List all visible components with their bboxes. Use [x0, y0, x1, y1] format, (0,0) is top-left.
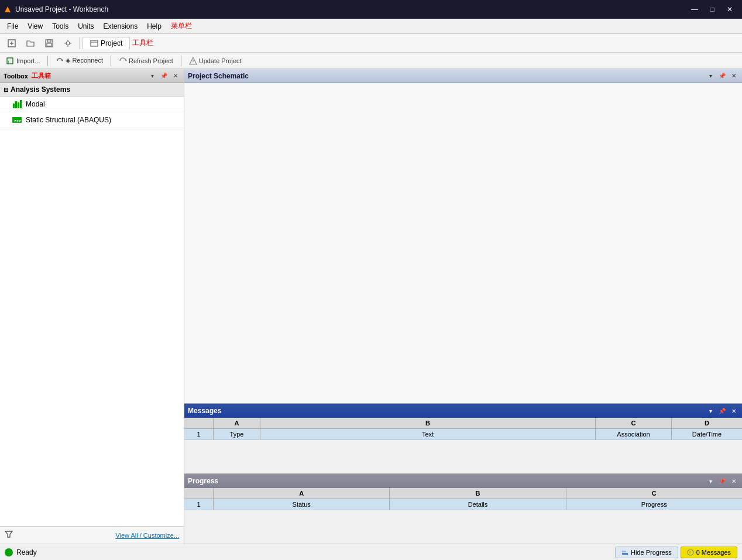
main-content: Toolbox 工具箱 ▾ 📌 ✕ ⊟ Analysis Systems	[0, 69, 742, 544]
hide-progress-button[interactable]: Hide Progress	[615, 547, 678, 558]
prog-row1-num: 1	[184, 499, 214, 510]
prog-row1-details: Details	[390, 499, 566, 510]
toolbox-header-controls: ▾ 📌 ✕	[147, 71, 180, 81]
progress-pin-button[interactable]: 📌	[717, 476, 727, 486]
svg-text:zzz: zzz	[14, 118, 21, 123]
settings-icon	[64, 39, 72, 47]
update-icon	[189, 57, 197, 65]
update-label: Update Project	[199, 57, 242, 64]
settings-button[interactable]	[59, 37, 77, 50]
project-tab-icon	[90, 39, 98, 47]
toolbox-dropdown-button[interactable]: ▾	[147, 71, 157, 81]
action-sep-2	[111, 56, 111, 66]
save-icon	[45, 39, 53, 47]
new-doc-icon	[8, 39, 16, 47]
menu-tools[interactable]: Tools	[47, 20, 73, 32]
title-bar-controls: — □ ✕	[687, 4, 737, 15]
refresh-project-button[interactable]: Refresh Project	[115, 55, 177, 67]
action-sep-1	[47, 56, 48, 66]
project-tab[interactable]: Project	[83, 37, 130, 49]
schematic-content[interactable]	[184, 83, 742, 403]
view-all-link[interactable]: View All / Customize...	[115, 532, 179, 539]
toolbox-close-button[interactable]: ✕	[171, 71, 180, 81]
progress-data-row-1: 1 Status Details Progress	[184, 499, 742, 510]
schematic-title: Project Schematic	[188, 72, 249, 80]
messages-close-button[interactable]: ✕	[729, 406, 738, 415]
msg-col-b: B	[260, 418, 596, 428]
static-structural-item[interactable]: zzz Static Structural (ABAQUS)	[0, 112, 184, 128]
modal-item[interactable]: Modal	[0, 97, 184, 112]
messages-dropdown-button[interactable]: ▾	[706, 406, 715, 415]
schematic-pin-button[interactable]: 📌	[717, 71, 727, 81]
schematic-close-button[interactable]: ✕	[729, 71, 738, 81]
msg-row1-assoc: Association	[596, 429, 672, 439]
svg-text:!: !	[689, 551, 691, 555]
filter-icon	[5, 530, 13, 538]
toolbox-panel: Toolbox 工具箱 ▾ 📌 ✕ ⊟ Analysis Systems	[0, 69, 184, 544]
toolbar-separator	[80, 37, 80, 49]
collapse-icon: ⊟	[4, 87, 8, 93]
import-button[interactable]: i Import...	[2, 55, 44, 67]
action-bar: i Import... ◈ Reconnect Refresh Project …	[0, 53, 742, 69]
progress-title: Progress	[188, 477, 218, 485]
modal-label: Modal	[26, 100, 45, 108]
minimize-button[interactable]: —	[687, 4, 702, 15]
messages-column-headers: A B C D	[184, 418, 742, 429]
filter-button[interactable]	[5, 530, 13, 540]
schematic-dropdown-button[interactable]: ▾	[706, 71, 715, 81]
progress-close-button[interactable]: ✕	[729, 476, 738, 486]
progress-column-headers: A B C	[184, 488, 742, 499]
schematic-controls: ▾ 📌 ✕	[706, 71, 738, 81]
toolbox-pin-button[interactable]: 📌	[159, 71, 169, 81]
window-title: Unsaved Project - Workbench	[15, 5, 108, 13]
title-bar: Unsaved Project - Workbench — □ ✕	[0, 0, 742, 19]
menu-extensions[interactable]: Extensions	[99, 20, 143, 32]
toolbar-annotation: 工具栏	[132, 38, 153, 48]
toolbox-title: Toolbox	[4, 73, 28, 80]
close-button[interactable]: ✕	[722, 4, 737, 15]
new-project-button[interactable]	[2, 37, 21, 50]
reconnect-icon	[56, 57, 64, 65]
msg-row1-type: Type	[214, 429, 260, 439]
svg-rect-23	[622, 551, 626, 552]
static-structural-label: Static Structural (ABAQUS)	[26, 116, 111, 124]
refresh-label: Refresh Project	[129, 57, 173, 64]
schematic-panel: Project Schematic ▾ 📌 ✕	[184, 69, 742, 403]
save-project-button[interactable]	[40, 37, 59, 50]
analysis-systems-header[interactable]: ⊟ Analysis Systems	[0, 83, 184, 97]
progress-header: Progress ▾ 📌 ✕	[184, 474, 742, 488]
msg-col-a: A	[214, 418, 260, 428]
update-project-button[interactable]: Update Project	[185, 55, 246, 67]
messages-pin-button[interactable]: 📌	[717, 406, 727, 415]
msg-row1-datetime: Date/Time	[672, 429, 742, 439]
menu-bar: File View Tools Units Extensions Help 菜单…	[0, 19, 742, 34]
menu-help[interactable]: Help	[142, 20, 166, 32]
messages-count-label: 0 Messages	[696, 549, 731, 556]
prog-col-num	[184, 488, 214, 499]
messages-count-button[interactable]: ! 0 Messages	[681, 547, 737, 558]
prog-col-b: B	[390, 488, 566, 499]
progress-dropdown-button[interactable]: ▾	[706, 476, 715, 486]
import-icon: i	[6, 57, 15, 65]
status-text: Ready	[16, 548, 37, 556]
reconnect-label: ◈ Reconnect	[66, 57, 103, 64]
action-sep-3	[181, 56, 181, 66]
menu-file[interactable]: File	[2, 20, 23, 32]
svg-rect-4	[47, 40, 51, 42]
menu-view[interactable]: View	[23, 20, 47, 32]
menu-units[interactable]: Units	[73, 20, 98, 32]
project-tab-label: Project	[101, 39, 122, 47]
open-project-button[interactable]	[21, 37, 40, 50]
svg-point-24	[688, 549, 693, 555]
schematic-header: Project Schematic ▾ 📌 ✕	[184, 69, 742, 83]
msg-col-c: C	[596, 418, 672, 428]
toolbar: Project 工具栏	[0, 34, 742, 53]
maximize-button[interactable]: □	[705, 4, 720, 15]
reconnect-button[interactable]: ◈ Reconnect	[51, 55, 107, 67]
msg-col-d: D	[672, 418, 742, 428]
messages-panel: Messages ▾ 📌 ✕ A B C D 1 Type	[184, 403, 742, 473]
messages-title: Messages	[188, 407, 221, 415]
msg-row1-num: 1	[184, 429, 214, 439]
messages-table: A B C D 1 Type Text Association Date/Tim…	[184, 418, 742, 473]
status-left: Ready	[5, 548, 37, 556]
